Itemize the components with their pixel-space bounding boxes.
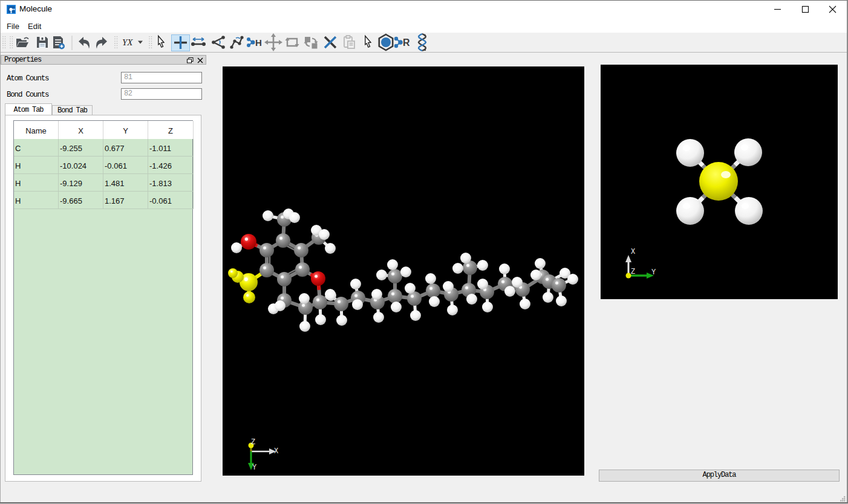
svg-text:H: H	[255, 37, 262, 48]
svg-text:Z: Z	[631, 268, 635, 276]
svg-text:Y: Y	[252, 464, 256, 472]
svg-text:YX: YX	[122, 37, 133, 47]
svg-text:Z: Z	[251, 438, 255, 447]
svg-text:X: X	[274, 447, 278, 456]
svg-text:R: R	[403, 37, 410, 48]
svg-text:Y: Y	[651, 268, 656, 277]
svg-text:X: X	[631, 248, 635, 256]
